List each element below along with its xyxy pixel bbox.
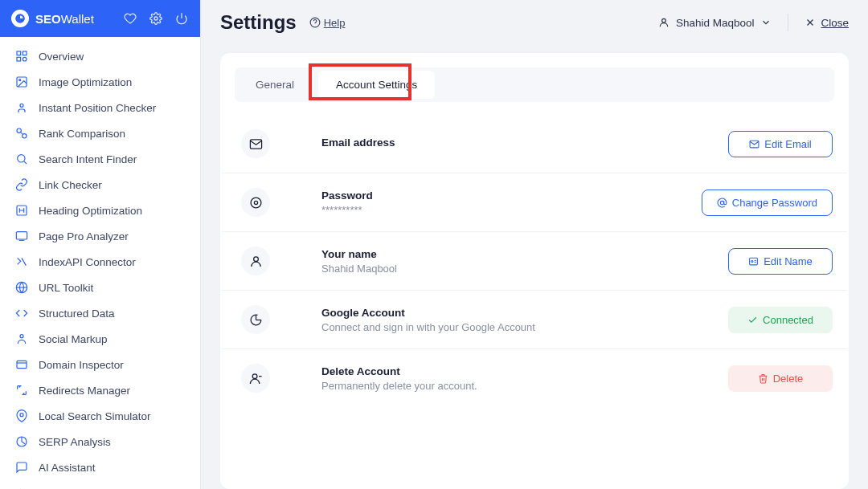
email-label: Email address (321, 137, 709, 149)
page-title: Settings (220, 11, 297, 34)
tabs: General Account Settings (235, 67, 834, 102)
sidebar-item-local-search[interactable]: Local Search Simulator (0, 403, 200, 429)
google-value: Connect and sign in with your Google Acc… (321, 321, 709, 333)
svg-rect-2 (17, 51, 21, 55)
at-icon (717, 198, 727, 208)
power-icon[interactable] (174, 11, 189, 26)
text-icon (14, 486, 29, 489)
redirect-icon (14, 383, 29, 397)
tab-account-settings[interactable]: Account Settings (318, 71, 435, 99)
sidebar-header: SEOWallet (0, 0, 200, 37)
svg-point-22 (20, 414, 23, 417)
svg-point-8 (20, 104, 23, 107)
delete-account-button[interactable]: Delete (728, 365, 833, 392)
sidebar-item-image-optimization[interactable]: Image Optimization (0, 69, 200, 95)
api-icon (14, 255, 29, 269)
main: Settings Help Shahid Maqbool Close (201, 0, 868, 489)
sidebar-item-social-markup[interactable]: Social Markup (0, 326, 200, 352)
image-icon (14, 75, 29, 89)
sidebar-nav: Overview Image Optimization Instant Posi… (0, 37, 200, 489)
delete-action-label: Delete (773, 373, 804, 385)
sidebar-item-rank-comparison[interactable]: Rank Comparison (0, 120, 200, 146)
help-link[interactable]: Help (309, 17, 346, 29)
brand[interactable]: SEOWallet (11, 10, 94, 27)
sidebar-item-label: AI Assistant (39, 462, 96, 474)
svg-point-39 (720, 201, 723, 204)
sidebar-item-label: Page Pro Analyzer (39, 230, 129, 242)
settings-card: General Account Settings Email address E… (220, 53, 849, 489)
sidebar-item-indexapi[interactable]: IndexAPI Connector (0, 249, 200, 275)
google-connected-label: Connected (763, 314, 813, 326)
heart-icon[interactable] (123, 11, 137, 26)
sidebar-item-label: Local Search Simulator (39, 410, 151, 422)
chat-icon (14, 460, 29, 475)
sidebar-item-label: IndexAPI Connector (39, 256, 136, 268)
sidebar-item-redirects[interactable]: Redirects Manager (0, 377, 200, 403)
sidebar-item-link-checker[interactable]: Link Checker (0, 172, 200, 198)
svg-point-5 (23, 57, 27, 61)
svg-line-13 (24, 161, 27, 164)
sidebar-item-label: Link Checker (39, 179, 102, 191)
password-value: ********** (321, 204, 682, 216)
password-label: Password (321, 189, 682, 202)
heading-icon (14, 203, 29, 218)
svg-rect-15 (16, 232, 27, 239)
close-link[interactable]: Close (805, 17, 849, 29)
row-name: Your name Shahid Maqbool Edit Name (222, 232, 847, 291)
svg-rect-4 (17, 57, 21, 61)
google-label: Google Account (321, 307, 709, 319)
chevron-down-icon (760, 17, 772, 28)
google-connected-button[interactable]: Connected (728, 307, 833, 333)
social-icon (14, 332, 29, 346)
sidebar-item-label: SERP Analysis (39, 436, 111, 448)
sidebar-item-label: Social Markup (39, 333, 108, 345)
brand-logo-icon (11, 10, 29, 27)
key-icon (241, 188, 270, 217)
inspect-icon (14, 357, 29, 372)
svg-point-7 (19, 79, 21, 81)
sidebar-item-domain-inspector[interactable]: Domain Inspector (0, 352, 200, 377)
code-icon (14, 306, 29, 320)
name-value: Shahid Maqbool (321, 263, 709, 275)
sidebar-item-char-counter[interactable]: Character & Word Counter (0, 480, 200, 489)
badge-icon (748, 256, 759, 267)
edit-email-label: Edit Email (764, 138, 812, 150)
analyzer-icon (14, 229, 29, 243)
link-icon (14, 177, 29, 192)
edit-name-button[interactable]: Edit Name (728, 248, 833, 275)
tab-general[interactable]: General (238, 71, 312, 99)
svg-point-0 (154, 17, 158, 20)
change-password-button[interactable]: Change Password (702, 189, 833, 216)
google-icon (241, 305, 270, 334)
position-icon (14, 100, 29, 115)
sidebar: SEOWallet Overview Image Optimization In… (0, 0, 201, 489)
svg-point-10 (23, 134, 27, 138)
sidebar-item-serp-analysis[interactable]: SERP Analysis (0, 429, 200, 454)
sidebar-item-page-pro[interactable]: Page Pro Analyzer (0, 223, 200, 249)
close-label: Close (821, 17, 849, 29)
sidebar-item-overview[interactable]: Overview (0, 43, 200, 69)
edit-email-button[interactable]: Edit Email (728, 131, 833, 157)
topbar: Settings Help Shahid Maqbool Close (220, 11, 849, 42)
sidebar-item-ai-assistant[interactable]: AI Assistant (0, 454, 200, 480)
sidebar-item-heading-opt[interactable]: Heading Optimization (0, 198, 200, 223)
svg-point-38 (254, 201, 257, 204)
svg-point-37 (251, 198, 261, 208)
sidebar-item-label: Redirects Manager (39, 385, 130, 397)
sidebar-item-structured-data[interactable]: Structured Data (0, 300, 200, 326)
chart-icon (14, 434, 29, 449)
sidebar-item-label: Rank Comparison (39, 128, 125, 140)
sidebar-item-label: Heading Optimization (39, 205, 142, 217)
change-password-label: Change Password (732, 197, 817, 209)
check-icon (747, 315, 758, 325)
user-menu[interactable]: Shahid Maqbool (658, 17, 772, 29)
divider (788, 14, 788, 31)
svg-point-12 (18, 155, 25, 162)
sidebar-item-label: Structured Data (39, 308, 115, 320)
settings-rows: Email address Edit Email Password (220, 108, 849, 422)
sidebar-item-position-checker[interactable]: Instant Position Checker (0, 95, 200, 120)
sidebar-item-url-toolkit[interactable]: URL Toolkit (0, 275, 200, 300)
gear-icon[interactable] (149, 11, 163, 26)
sidebar-item-search-intent[interactable]: Search Intent Finder (0, 146, 200, 172)
sidebar-item-label: Image Optimization (39, 76, 132, 88)
